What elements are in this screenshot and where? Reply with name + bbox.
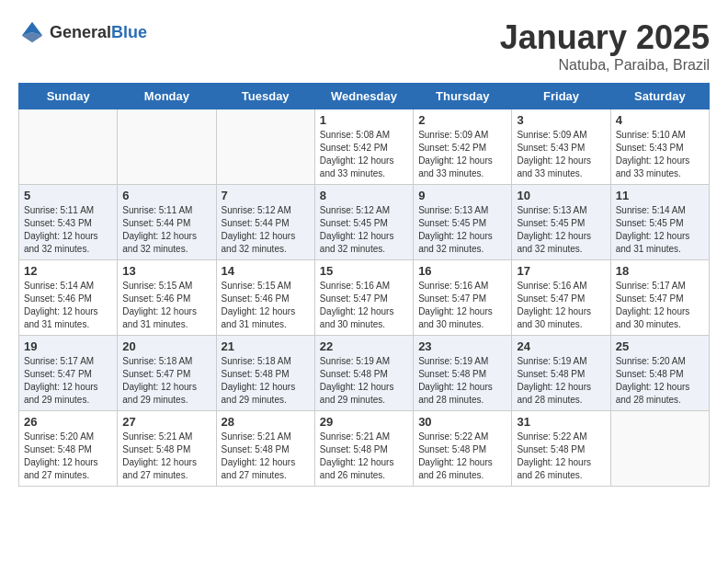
day-number: 31 (517, 415, 605, 429)
day-number: 26 (24, 415, 112, 429)
day-info: Sunrise: 5:16 AM Sunset: 5:47 PM Dayligh… (418, 280, 506, 331)
day-cell: 22Sunrise: 5:19 AM Sunset: 5:48 PM Dayli… (314, 336, 413, 411)
day-cell: 9Sunrise: 5:13 AM Sunset: 5:45 PM Daylig… (414, 185, 512, 260)
calendar-table: Sunday Monday Tuesday Wednesday Thursday… (18, 83, 710, 487)
col-tuesday: Tuesday (216, 84, 314, 109)
day-info: Sunrise: 5:14 AM Sunset: 5:46 PM Dayligh… (24, 280, 112, 331)
col-monday: Monday (118, 84, 216, 109)
day-info: Sunrise: 5:10 AM Sunset: 5:43 PM Dayligh… (616, 129, 704, 180)
day-cell: 16Sunrise: 5:16 AM Sunset: 5:47 PM Dayli… (414, 260, 512, 336)
day-cell: 12Sunrise: 5:14 AM Sunset: 5:46 PM Dayli… (19, 260, 118, 336)
day-info: Sunrise: 5:16 AM Sunset: 5:47 PM Dayligh… (320, 280, 408, 331)
day-info: Sunrise: 5:18 AM Sunset: 5:47 PM Dayligh… (122, 355, 210, 407)
day-number: 16 (418, 264, 506, 278)
day-cell (216, 109, 314, 185)
day-number: 6 (122, 189, 210, 202)
day-info: Sunrise: 5:21 AM Sunset: 5:48 PM Dayligh… (320, 431, 408, 482)
day-cell: 23Sunrise: 5:19 AM Sunset: 5:48 PM Dayli… (414, 336, 512, 411)
day-info: Sunrise: 5:16 AM Sunset: 5:47 PM Dayligh… (517, 280, 605, 331)
day-number: 30 (418, 415, 506, 429)
day-number: 24 (517, 339, 605, 353)
day-info: Sunrise: 5:13 AM Sunset: 5:45 PM Dayligh… (418, 204, 506, 256)
page-header: GeneralBlue January 2025 Natuba, Paraiba… (18, 18, 710, 74)
day-info: Sunrise: 5:21 AM Sunset: 5:48 PM Dayligh… (222, 431, 310, 482)
day-number: 29 (320, 415, 408, 429)
day-cell (610, 411, 709, 487)
day-info: Sunrise: 5:11 AM Sunset: 5:44 PM Dayligh… (122, 204, 210, 256)
col-saturday: Saturday (610, 84, 709, 109)
day-number: 8 (320, 189, 408, 202)
day-info: Sunrise: 5:18 AM Sunset: 5:48 PM Dayligh… (222, 355, 310, 407)
day-cell: 27Sunrise: 5:21 AM Sunset: 5:48 PM Dayli… (118, 411, 216, 487)
day-cell: 15Sunrise: 5:16 AM Sunset: 5:47 PM Dayli… (314, 260, 413, 336)
day-cell: 28Sunrise: 5:21 AM Sunset: 5:48 PM Dayli… (216, 411, 314, 487)
day-cell: 30Sunrise: 5:22 AM Sunset: 5:48 PM Dayli… (414, 411, 512, 487)
day-number: 10 (517, 189, 605, 202)
day-cell: 13Sunrise: 5:15 AM Sunset: 5:46 PM Dayli… (118, 260, 216, 336)
day-cell: 25Sunrise: 5:20 AM Sunset: 5:48 PM Dayli… (610, 336, 709, 411)
day-number: 21 (222, 339, 310, 353)
day-number: 25 (616, 339, 704, 353)
day-number: 19 (24, 339, 112, 353)
day-number: 5 (24, 189, 112, 202)
day-cell: 10Sunrise: 5:13 AM Sunset: 5:45 PM Dayli… (512, 185, 610, 260)
logo: GeneralBlue (18, 18, 147, 46)
day-info: Sunrise: 5:12 AM Sunset: 5:45 PM Dayligh… (320, 204, 408, 256)
day-number: 14 (222, 264, 310, 278)
week-row-4: 19Sunrise: 5:17 AM Sunset: 5:47 PM Dayli… (19, 336, 710, 411)
day-number: 11 (616, 189, 704, 202)
title-block: January 2025 Natuba, Paraiba, Brazil (500, 18, 710, 74)
day-cell: 8Sunrise: 5:12 AM Sunset: 5:45 PM Daylig… (314, 185, 413, 260)
header-row: Sunday Monday Tuesday Wednesday Thursday… (19, 84, 710, 109)
day-cell: 11Sunrise: 5:14 AM Sunset: 5:45 PM Dayli… (610, 185, 709, 260)
day-number: 3 (517, 113, 605, 127)
day-info: Sunrise: 5:12 AM Sunset: 5:44 PM Dayligh… (222, 204, 310, 256)
day-number: 13 (122, 264, 210, 278)
day-number: 1 (320, 113, 408, 127)
day-number: 15 (320, 264, 408, 278)
day-cell: 31Sunrise: 5:22 AM Sunset: 5:48 PM Dayli… (512, 411, 610, 487)
day-cell: 4Sunrise: 5:10 AM Sunset: 5:43 PM Daylig… (610, 109, 709, 185)
day-cell (19, 109, 118, 185)
day-cell: 7Sunrise: 5:12 AM Sunset: 5:44 PM Daylig… (216, 185, 314, 260)
calendar-title: January 2025 (500, 18, 710, 57)
day-number: 12 (24, 264, 112, 278)
day-info: Sunrise: 5:17 AM Sunset: 5:47 PM Dayligh… (24, 355, 112, 407)
day-number: 17 (517, 264, 605, 278)
day-number: 18 (616, 264, 704, 278)
day-cell: 1Sunrise: 5:08 AM Sunset: 5:42 PM Daylig… (314, 109, 413, 185)
day-info: Sunrise: 5:08 AM Sunset: 5:42 PM Dayligh… (320, 129, 408, 180)
week-row-1: 1Sunrise: 5:08 AM Sunset: 5:42 PM Daylig… (19, 109, 710, 185)
logo-icon (18, 18, 46, 46)
col-thursday: Thursday (414, 84, 512, 109)
logo-general: General (50, 23, 111, 41)
day-info: Sunrise: 5:22 AM Sunset: 5:48 PM Dayligh… (418, 431, 506, 482)
day-info: Sunrise: 5:15 AM Sunset: 5:46 PM Dayligh… (222, 280, 310, 331)
day-info: Sunrise: 5:13 AM Sunset: 5:45 PM Dayligh… (517, 204, 605, 256)
day-info: Sunrise: 5:21 AM Sunset: 5:48 PM Dayligh… (122, 431, 210, 482)
day-number: 28 (222, 415, 310, 429)
day-number: 23 (418, 339, 506, 353)
week-row-5: 26Sunrise: 5:20 AM Sunset: 5:48 PM Dayli… (19, 411, 710, 487)
logo-blue: Blue (111, 23, 147, 41)
day-info: Sunrise: 5:20 AM Sunset: 5:48 PM Dayligh… (24, 431, 112, 482)
day-cell: 14Sunrise: 5:15 AM Sunset: 5:46 PM Dayli… (216, 260, 314, 336)
day-info: Sunrise: 5:14 AM Sunset: 5:45 PM Dayligh… (616, 204, 704, 256)
day-cell: 20Sunrise: 5:18 AM Sunset: 5:47 PM Dayli… (118, 336, 216, 411)
day-number: 22 (320, 339, 408, 353)
day-info: Sunrise: 5:19 AM Sunset: 5:48 PM Dayligh… (320, 355, 408, 407)
day-cell: 24Sunrise: 5:19 AM Sunset: 5:48 PM Dayli… (512, 336, 610, 411)
day-info: Sunrise: 5:09 AM Sunset: 5:43 PM Dayligh… (517, 129, 605, 180)
col-wednesday: Wednesday (314, 84, 413, 109)
day-cell: 26Sunrise: 5:20 AM Sunset: 5:48 PM Dayli… (19, 411, 118, 487)
week-row-3: 12Sunrise: 5:14 AM Sunset: 5:46 PM Dayli… (19, 260, 710, 336)
day-info: Sunrise: 5:17 AM Sunset: 5:47 PM Dayligh… (616, 280, 704, 331)
day-number: 7 (222, 189, 310, 202)
day-cell: 6Sunrise: 5:11 AM Sunset: 5:44 PM Daylig… (118, 185, 216, 260)
day-info: Sunrise: 5:22 AM Sunset: 5:48 PM Dayligh… (517, 431, 605, 482)
day-cell: 3Sunrise: 5:09 AM Sunset: 5:43 PM Daylig… (512, 109, 610, 185)
day-cell: 29Sunrise: 5:21 AM Sunset: 5:48 PM Dayli… (314, 411, 413, 487)
day-info: Sunrise: 5:09 AM Sunset: 5:42 PM Dayligh… (418, 129, 506, 180)
day-cell: 2Sunrise: 5:09 AM Sunset: 5:42 PM Daylig… (414, 109, 512, 185)
day-number: 9 (418, 189, 506, 202)
